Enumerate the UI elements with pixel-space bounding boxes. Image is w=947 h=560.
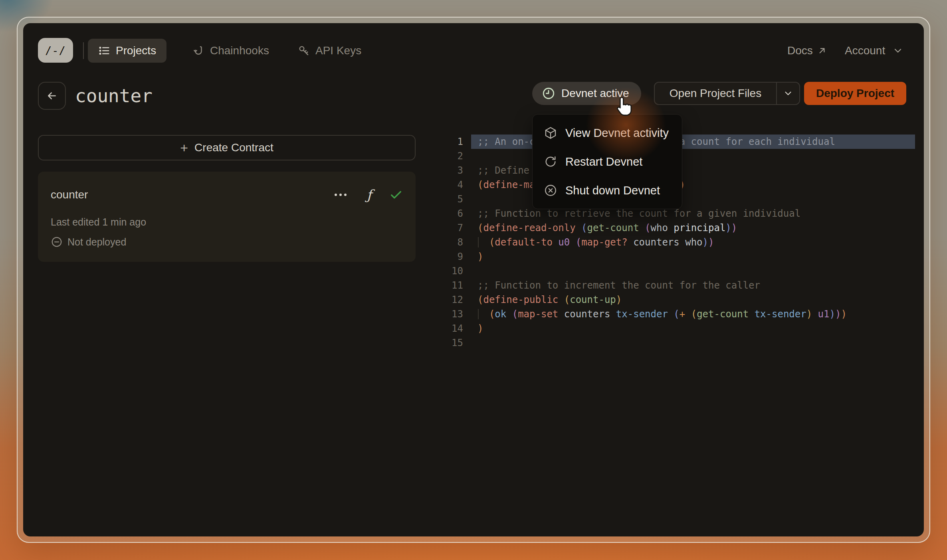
restart-icon [544, 155, 557, 168]
arrow-left-icon [46, 90, 58, 102]
code-token: ( [564, 294, 570, 305]
line-number: 13 [438, 307, 463, 321]
code-line[interactable]: ) [471, 321, 915, 336]
line-number: 14 [438, 321, 463, 336]
code-token [749, 309, 754, 320]
code-token: ) [477, 323, 483, 334]
code-token [668, 309, 674, 320]
code-token: ( [674, 309, 679, 320]
open-project-files-label: Open Project Files [655, 87, 776, 100]
tab-projects-label: Projects [116, 44, 156, 57]
indent-guide [478, 309, 479, 319]
code-token: tx-sender [755, 309, 806, 320]
code-line[interactable]: ) [471, 249, 915, 264]
line-number: 5 [438, 192, 463, 206]
code-token: counters who [628, 237, 703, 248]
deploy-status-text: Not deployed [67, 236, 126, 248]
open-project-files-button[interactable]: Open Project Files [654, 82, 800, 105]
menu-item-label: View Devnet activity [565, 127, 669, 140]
code-token: get-count [587, 222, 639, 233]
code-token: counters [558, 309, 616, 320]
code-line[interactable]: (ok (map-set counters tx-sender (+ (get-… [471, 307, 915, 321]
menu-item-shut-down-devnet[interactable]: Shut down Devnet [533, 176, 682, 205]
code-token: ) [725, 222, 731, 233]
line-number: 3 [438, 163, 463, 178]
menu-item-view-devnet-activity[interactable]: View Devnet activity [533, 119, 682, 147]
line-number: 15 [438, 336, 463, 350]
key-icon [298, 45, 310, 57]
hiro-logo[interactable]: /-/ [38, 38, 73, 63]
code-token: ok [495, 309, 506, 320]
code-token: + [680, 309, 685, 320]
code-token [477, 237, 489, 248]
code-token [570, 237, 575, 248]
code-token: ) [616, 294, 622, 305]
function-icon[interactable]: ƒ [367, 187, 372, 203]
code-line[interactable] [471, 336, 915, 350]
code-line[interactable]: (default-to u0 (map-get? counters who)) [471, 235, 915, 249]
code-token: ( [489, 237, 495, 248]
code-token: ( [477, 179, 483, 190]
deploy-project-button[interactable]: Deploy Project [804, 82, 906, 105]
line-number: 2 [438, 149, 463, 163]
menu-item-restart-devnet[interactable]: Restart Devnet [533, 147, 682, 176]
cube-icon [544, 126, 557, 140]
contract-card[interactable]: counter ƒ Last edited 1 min ago Not depl… [38, 172, 416, 262]
line-number-gutter: 123456789101112131415 [438, 135, 463, 350]
code-token: ( [645, 222, 650, 233]
devnet-active-label: Devnet active [561, 87, 629, 100]
indent-guide [478, 237, 479, 247]
account-menu-button[interactable]: Account [845, 39, 903, 63]
docs-link[interactable]: Docs [787, 39, 827, 63]
code-token: tx-sender [616, 309, 668, 320]
tab-chainhooks[interactable]: Chainhooks [182, 39, 279, 63]
code-token: ) [830, 309, 835, 320]
check-icon [389, 188, 403, 202]
code-token [639, 222, 645, 233]
tab-projects[interactable]: Projects [88, 39, 166, 63]
code-token [553, 237, 558, 248]
code-token: define-read-only [483, 222, 575, 233]
chevron-down-icon [783, 88, 793, 99]
circle-minus-icon [51, 236, 63, 248]
tab-api-keys-label: API Keys [315, 44, 361, 57]
tab-api-keys[interactable]: API Keys [287, 39, 372, 63]
code-token: ) [477, 251, 483, 262]
code-token [506, 309, 512, 320]
code-token [812, 309, 818, 320]
line-number: 12 [438, 293, 463, 307]
create-contract-label: Create Contract [194, 141, 273, 154]
code-token: u0 [558, 237, 570, 248]
deploy-project-label: Deploy Project [816, 87, 894, 100]
more-options-button[interactable] [332, 191, 349, 198]
code-line[interactable]: (define-read-only (get-count (who princi… [471, 221, 915, 235]
app-window-content: /-/ Projects Chainhooks API Keys Doc [23, 23, 924, 536]
code-token: principal [674, 222, 725, 233]
account-label: Account [845, 44, 885, 57]
code-token: get-count [697, 309, 749, 320]
code-line[interactable] [471, 264, 915, 278]
back-button[interactable] [38, 82, 66, 110]
line-number: 11 [438, 278, 463, 293]
code-token: ( [477, 294, 483, 305]
devnet-active-button[interactable]: Devnet active [532, 82, 641, 105]
code-token: map-get? [581, 237, 628, 248]
code-token: ) [841, 309, 846, 320]
line-number: 6 [438, 206, 463, 221]
contract-name: counter [51, 188, 88, 201]
devnet-dropdown-menu: View Devnet activity Restart Devnet Shut… [532, 114, 682, 209]
line-number: 8 [438, 235, 463, 249]
page-title: counter [75, 85, 153, 107]
open-project-files-dropdown-toggle[interactable] [776, 83, 799, 104]
code-token: count-up [570, 294, 616, 305]
line-number: 7 [438, 221, 463, 235]
line-number: 10 [438, 264, 463, 278]
menu-item-label: Shut down Devnet [565, 184, 660, 197]
code-line[interactable]: (define-public (count-up) [471, 293, 915, 307]
code-token: define-public [483, 294, 558, 305]
code-token: ;; Function to increment the count for t… [477, 280, 760, 291]
create-contract-button[interactable]: + Create Contract [38, 135, 416, 160]
code-line[interactable]: ;; Function to increment the count for t… [471, 278, 915, 293]
code-token [685, 309, 691, 320]
line-number: 4 [438, 178, 463, 192]
